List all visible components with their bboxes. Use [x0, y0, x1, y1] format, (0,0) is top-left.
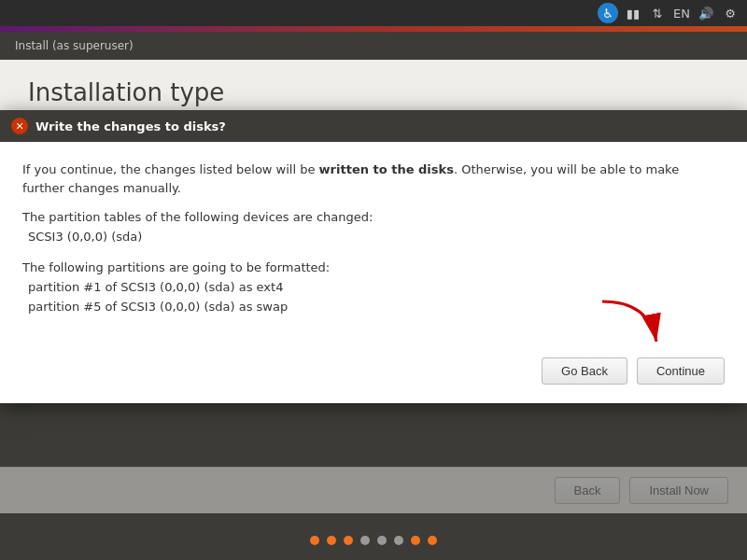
arrow-indicator [593, 297, 668, 353]
progress-dot-2 [327, 536, 336, 545]
continue-button[interactable]: Continue [637, 357, 725, 385]
partition-tables-title: The partition tables of the following de… [22, 210, 725, 224]
progress-dot-1 [310, 536, 319, 545]
window-title: Install (as superuser) [15, 39, 134, 52]
progress-dots [0, 536, 747, 545]
keyboard-layout-icon[interactable]: EN [672, 4, 691, 22]
top-system-bar: ♿ ▮▮ ⇅ EN 🔊 ⚙ [0, 0, 747, 26]
window-titlebar: Install (as superuser) [0, 32, 747, 60]
battery-icon[interactable]: ▮▮ [624, 4, 642, 22]
page-title: Installation type [28, 78, 719, 106]
dialog-title-bar: ✕ Write the changes to disks? [0, 110, 747, 142]
partition-tables-list: SCSI3 (0,0,0) (sda) [28, 228, 725, 247]
go-back-button[interactable]: Go Back [542, 357, 627, 385]
settings-icon[interactable]: ⚙ [721, 4, 740, 22]
progress-dot-4 [360, 536, 370, 545]
network-icon[interactable]: ⇅ [648, 4, 667, 22]
install-now-button[interactable]: Install Now [629, 477, 728, 504]
close-icon: ✕ [15, 121, 23, 132]
dialog-close-button[interactable]: ✕ [11, 118, 28, 134]
scsi-device: SCSI3 (0,0,0) (sda) [28, 228, 725, 247]
back-button[interactable]: Back [555, 477, 621, 504]
accessibility-icon[interactable]: ♿ [598, 3, 618, 23]
dialog-box: ✕ Write the changes to disks? If you con… [0, 110, 747, 403]
volume-icon[interactable]: 🔊 [697, 4, 715, 22]
dialog-title: Write the changes to disks? [35, 119, 226, 133]
partitions-format-title: The following partitions are going to be… [22, 260, 725, 274]
bottom-nav-bar: Back Install Now [0, 467, 747, 513]
progress-dot-6 [394, 536, 403, 545]
progress-dot-3 [344, 536, 353, 545]
progress-dot-5 [377, 536, 387, 545]
dialog-paragraph-1: If you continue, the changes listed belo… [22, 161, 725, 197]
partition-item-1: partition #1 of SCSI3 (0,0,0) (sda) as e… [28, 278, 725, 298]
dialog-buttons: Go Back Continue [0, 348, 747, 403]
progress-dot-8 [428, 536, 437, 545]
bold-text: written to the disks [319, 162, 454, 176]
progress-dot-7 [411, 536, 420, 545]
